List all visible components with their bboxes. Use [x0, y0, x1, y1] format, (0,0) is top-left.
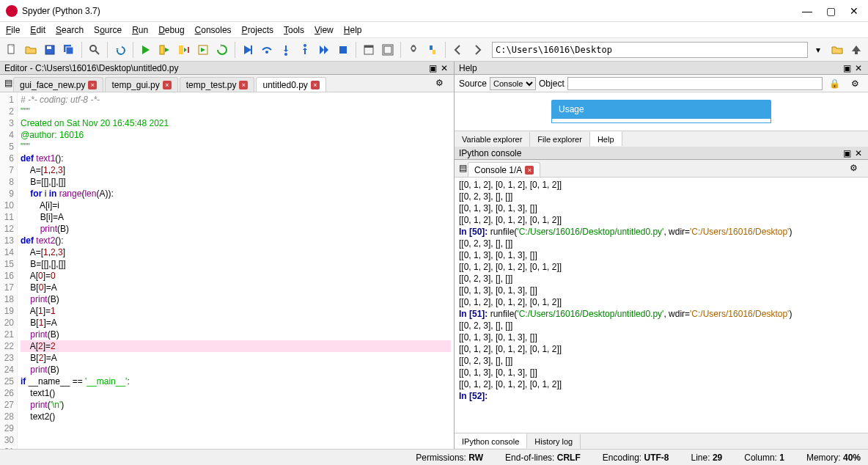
maximize-button[interactable]: ▢ — [825, 5, 836, 17]
run-cell-icon[interactable] — [156, 41, 174, 59]
menu-search[interactable]: Search — [56, 25, 84, 35]
svg-rect-7 — [160, 45, 164, 54]
save-all-icon[interactable] — [60, 41, 78, 59]
ipython-console[interactable]: [[0, 1, 2], [0, 1, 2], [0, 1, 2]][[0, 2,… — [455, 177, 868, 433]
continue-icon[interactable] — [315, 41, 333, 59]
svg-rect-4 — [66, 47, 73, 54]
pane-max-icon[interactable]: ▣ — [427, 63, 438, 73]
ipy-max-icon[interactable]: ▣ — [842, 148, 852, 158]
help-title: Help — [459, 63, 477, 73]
pythonpath-icon[interactable] — [424, 41, 441, 59]
help-max-icon[interactable]: ▣ — [842, 63, 852, 73]
menu-help[interactable]: Help — [344, 25, 362, 35]
close-tab-icon[interactable]: × — [525, 166, 534, 175]
svg-rect-21 — [384, 46, 391, 54]
menu-edit[interactable]: Edit — [30, 25, 45, 35]
menu-run[interactable]: Run — [132, 25, 148, 35]
mem-label: Memory: — [806, 453, 841, 463]
chevron-down-icon[interactable]: ▾ — [809, 41, 827, 59]
lowtab-variable-explorer[interactable]: Variable explorer — [455, 132, 530, 147]
eol-label: End-of-lines: — [505, 453, 554, 463]
open-file-icon[interactable] — [22, 41, 40, 59]
lowtab-history-log[interactable]: History log — [527, 434, 581, 449]
enc-label: Encoding: — [603, 453, 641, 463]
menu-consoles[interactable]: Consoles — [195, 25, 232, 35]
ipy-close-icon[interactable]: ✕ — [853, 148, 864, 158]
new-file-icon[interactable] — [3, 41, 21, 59]
source-select[interactable]: Console — [490, 77, 536, 90]
editor-tabs: ▤ gui_face_new.py×temp_gui.py×temp_test.… — [0, 75, 454, 92]
tab-label: untitled0.py — [262, 80, 307, 90]
save-icon[interactable] — [41, 41, 59, 59]
line-label: Line: — [691, 453, 710, 463]
console-tab-label: Console 1/A — [474, 165, 522, 175]
object-input[interactable] — [567, 77, 823, 90]
lowtab-ipython-console[interactable]: IPython console — [455, 433, 527, 448]
rerun-icon[interactable] — [213, 41, 231, 59]
run-icon[interactable] — [137, 41, 155, 59]
fullscreen-icon[interactable] — [379, 41, 397, 59]
status-bar: Permissions: RW End-of-lines: CRLF Encod… — [0, 449, 868, 465]
toolbar: C:\Users\16016\Desktop ▾ — [0, 38, 868, 62]
gear-icon[interactable]: ⚙ — [846, 75, 864, 92]
tab-list-icon[interactable]: ▤ — [3, 74, 13, 92]
close-tab-icon[interactable]: × — [163, 81, 172, 89]
preferences-icon[interactable] — [405, 41, 422, 59]
editor-header: Editor - C:\Users\16016\Desktop\untitled… — [0, 62, 454, 75]
close-tab-icon[interactable]: × — [311, 81, 320, 89]
editor-gear-icon[interactable]: ⚙ — [430, 74, 448, 92]
code-editor[interactable]: 1234567891011121314151617181920212223242… — [0, 92, 454, 449]
editor-path: Editor - C:\Users\16016\Desktop\untitled… — [4, 63, 178, 73]
svg-line-6 — [95, 51, 99, 54]
help-content: Usage — [455, 92, 868, 131]
lock-icon[interactable]: 🔒 — [825, 75, 843, 92]
undo-icon[interactable] — [111, 41, 129, 59]
lowtab-file-explorer[interactable]: File explorer — [530, 132, 590, 147]
step-into-icon[interactable] — [277, 41, 295, 59]
mem-value: 40% — [843, 453, 861, 463]
svg-rect-17 — [339, 46, 347, 54]
close-tab-icon[interactable]: × — [239, 81, 248, 89]
perm-label: Permissions: — [416, 453, 466, 463]
console-bottom-tabs: IPython consoleHistory log — [455, 433, 868, 449]
eol-value: CRLF — [557, 453, 581, 463]
console-gear-icon[interactable]: ⚙ — [845, 159, 862, 177]
tab-temp_test-py[interactable]: temp_test.py× — [180, 77, 255, 92]
forward-icon[interactable] — [468, 41, 486, 59]
pane-close-icon[interactable]: ✕ — [439, 63, 449, 73]
svg-point-5 — [90, 45, 96, 51]
console-tab[interactable]: Console 1/A × — [468, 162, 540, 177]
stop-debug-icon[interactable] — [334, 41, 352, 59]
menu-source[interactable]: Source — [94, 25, 122, 35]
minimize-button[interactable]: — — [802, 5, 812, 17]
working-dir-input[interactable]: C:\Users\16016\Desktop — [492, 42, 808, 58]
debug-icon[interactable] — [239, 41, 257, 59]
close-tab-icon[interactable]: × — [88, 81, 97, 89]
maximize-pane-icon[interactable] — [360, 41, 378, 59]
help-close-icon[interactable]: ✕ — [853, 63, 864, 73]
line-value: 29 — [713, 453, 722, 463]
lowtab-help[interactable]: Help — [590, 131, 622, 146]
tab-temp_gui-py[interactable]: temp_gui.py× — [105, 77, 177, 92]
enc-value: UTF-8 — [644, 453, 669, 463]
title-bar: Spyder (Python 3.7) — ▢ ✕ — [0, 0, 868, 22]
menu-file[interactable]: File — [6, 25, 20, 35]
run-cell-advance-icon[interactable] — [175, 41, 193, 59]
back-icon[interactable] — [449, 41, 467, 59]
menu-tools[interactable]: Tools — [284, 25, 304, 35]
find-icon[interactable] — [86, 41, 103, 59]
menu-debug[interactable]: Debug — [158, 25, 184, 35]
tab-untitled0-py[interactable]: untitled0.py× — [256, 77, 326, 92]
spyder-logo-icon — [6, 5, 18, 17]
close-button[interactable]: ✕ — [849, 5, 859, 17]
menu-bar: FileEditSearchSourceRunDebugConsolesProj… — [0, 22, 868, 38]
tab-gui_face_new-py[interactable]: gui_face_new.py× — [13, 77, 103, 92]
console-list-icon[interactable]: ▤ — [457, 159, 468, 177]
menu-view[interactable]: View — [315, 25, 334, 35]
step-out-icon[interactable] — [296, 41, 314, 59]
parent-dir-icon[interactable] — [847, 41, 865, 59]
menu-projects[interactable]: Projects — [242, 25, 273, 35]
browse-folder-icon[interactable] — [828, 41, 846, 59]
run-selection-icon[interactable] — [194, 41, 212, 59]
step-over-icon[interactable] — [258, 41, 276, 59]
